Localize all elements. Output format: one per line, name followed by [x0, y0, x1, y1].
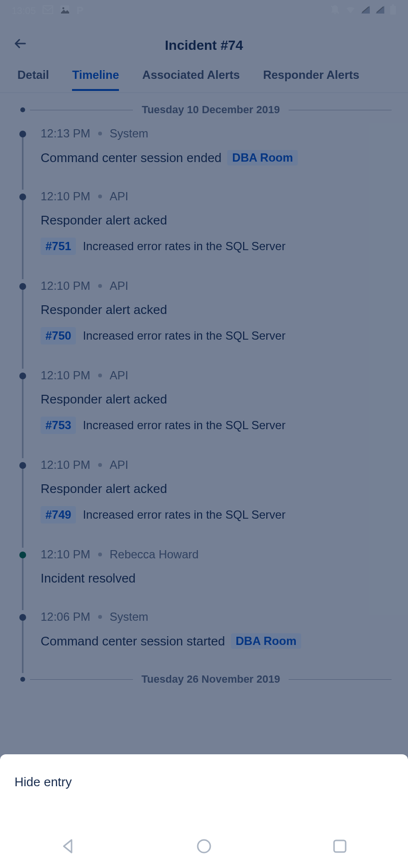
nav-home-button[interactable] — [196, 838, 212, 854]
hide-entry-option[interactable]: Hide entry — [0, 754, 408, 810]
svg-rect-9 — [334, 840, 346, 852]
modal-overlay[interactable] — [0, 0, 408, 868]
nav-recent-button[interactable] — [332, 838, 348, 854]
nav-back-button[interactable] — [60, 838, 76, 854]
android-nav-bar — [0, 824, 408, 868]
svg-point-8 — [198, 840, 210, 853]
